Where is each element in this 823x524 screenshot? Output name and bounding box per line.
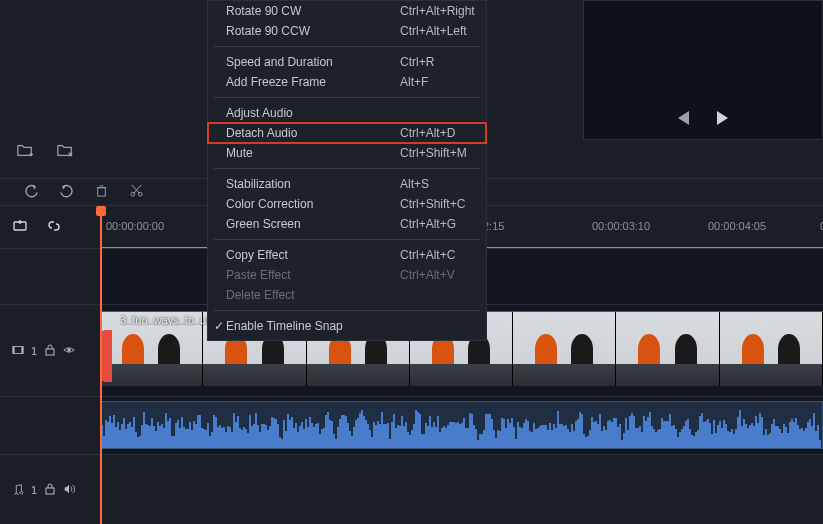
menu-item-detach-audio[interactable]: Detach AudioCtrl+Alt+D (208, 123, 486, 143)
menu-item-shortcut: Alt+S (380, 177, 476, 191)
undo-button[interactable] (24, 183, 39, 201)
audio-clip[interactable] (100, 401, 823, 449)
music-track-icon (12, 483, 24, 497)
menu-item-speed-and-duration[interactable]: Speed and DurationCtrl+R (208, 52, 486, 72)
menu-item-label: Rotate 90 CW (226, 4, 301, 18)
track-audio-music: 1 (0, 454, 823, 524)
play-button[interactable] (717, 111, 728, 125)
menu-item-green-screen[interactable]: Green ScreenCtrl+Alt+G (208, 214, 486, 234)
menu-item-shortcut: Ctrl+Alt+V (380, 268, 476, 282)
svg-rect-17 (46, 349, 54, 355)
menu-item-label: Enable Timeline Snap (226, 319, 343, 333)
audio-track-head: 1 (0, 454, 100, 524)
ruler-label: 00:00:03:10 (592, 220, 650, 232)
preview-controls (678, 111, 728, 125)
menu-item-shortcut: Ctrl+Shift+M (380, 146, 476, 160)
svg-rect-15 (13, 346, 15, 353)
menu-item-color-correction[interactable]: Color CorrectionCtrl+Shift+C (208, 194, 486, 214)
menu-item-shortcut: Alt+F (380, 75, 476, 89)
menu-item-label: Detach Audio (226, 126, 297, 140)
redo-button[interactable] (59, 183, 74, 201)
folder-icons (16, 142, 74, 161)
menu-item-shortcut: Ctrl+Alt+G (380, 217, 476, 231)
ruler-label: 00:00:04:05 (708, 220, 766, 232)
prev-frame-button[interactable] (678, 111, 689, 125)
menu-item-label: Green Screen (226, 217, 301, 231)
menu-item-shortcut: Ctrl+Alt+D (380, 126, 476, 140)
menu-item-shortcut: Ctrl+Shift+C (380, 197, 476, 211)
menu-item-shortcut: Ctrl+R (380, 55, 476, 69)
menu-item-label: Add Freeze Frame (226, 75, 326, 89)
lock-icon[interactable] (44, 344, 56, 358)
lock-icon[interactable] (44, 483, 56, 497)
menu-item-enable-timeline-snap[interactable]: ✓Enable Timeline Snap (208, 316, 486, 336)
menu-item-label: Speed and Duration (226, 55, 333, 69)
menu-item-mute[interactable]: MuteCtrl+Shift+M (208, 143, 486, 163)
video-track-icon (12, 344, 24, 358)
menu-item-label: Adjust Audio (226, 106, 293, 120)
menu-separator (214, 97, 480, 98)
cut-button[interactable] (129, 183, 144, 201)
ruler-label: 00:00:00:00 (106, 220, 164, 232)
menu-separator (214, 239, 480, 240)
menu-item-rotate-90-ccw[interactable]: Rotate 90 CCWCtrl+Alt+Left (208, 21, 486, 41)
menu-separator (214, 168, 480, 169)
audio-track-label: 1 (31, 484, 37, 496)
preview-panel (583, 0, 823, 140)
check-icon: ✓ (214, 319, 224, 333)
svg-rect-16 (21, 346, 23, 353)
menu-separator (214, 310, 480, 311)
menu-item-stabilization[interactable]: StabilizationAlt+S (208, 174, 486, 194)
menu-separator (214, 46, 480, 47)
menu-item-label: Stabilization (226, 177, 291, 191)
add-marker-button[interactable] (12, 218, 28, 237)
menu-item-shortcut: Ctrl+Alt+C (380, 248, 476, 262)
svg-rect-4 (98, 188, 106, 196)
video-track-head: 1 (0, 304, 100, 396)
audio-linked-body[interactable] (100, 396, 823, 454)
menu-item-label: Rotate 90 CCW (226, 24, 310, 38)
menu-item-add-freeze-frame[interactable]: Add Freeze FrameAlt+F (208, 72, 486, 92)
menu-item-delete-effect: Delete Effect (208, 285, 486, 305)
audio-track-body[interactable] (100, 454, 823, 524)
speaker-icon[interactable] (63, 483, 75, 497)
svg-point-18 (67, 348, 70, 351)
menu-item-label: Delete Effect (226, 288, 294, 302)
menu-item-label: Color Correction (226, 197, 313, 211)
timeline-left-controls (0, 206, 100, 248)
menu-item-copy-effect[interactable]: Copy EffectCtrl+Alt+C (208, 245, 486, 265)
menu-item-paste-effect: Paste EffectCtrl+Alt+V (208, 265, 486, 285)
menu-item-shortcut: Ctrl+Alt+Right (380, 4, 476, 18)
svg-rect-19 (46, 488, 54, 494)
remove-folder-button[interactable] (56, 142, 74, 161)
context-menu: Rotate 90 CWCtrl+Alt+RightRotate 90 CCWC… (207, 0, 487, 341)
menu-item-rotate-90-cw[interactable]: Rotate 90 CWCtrl+Alt+Right (208, 1, 486, 21)
menu-item-label: Paste Effect (226, 268, 290, 282)
menu-item-label: Mute (226, 146, 253, 160)
delete-button[interactable] (94, 183, 109, 201)
visibility-icon[interactable] (63, 344, 75, 358)
menu-item-label: Copy Effect (226, 248, 288, 262)
menu-item-adjust-audio[interactable]: Adjust Audio (208, 103, 486, 123)
add-folder-button[interactable] (16, 142, 34, 161)
playhead[interactable] (100, 206, 102, 524)
track-audio-linked (0, 396, 823, 454)
video-track-label: 1 (31, 345, 37, 357)
menu-item-shortcut: Ctrl+Alt+Left (380, 24, 476, 38)
link-button[interactable] (46, 218, 62, 237)
